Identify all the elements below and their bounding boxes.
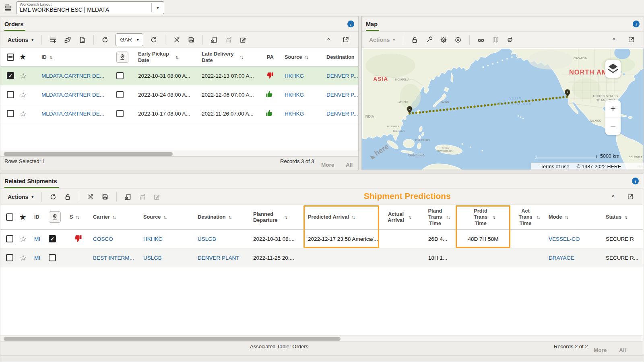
vertical-splitter[interactable] <box>359 16 361 170</box>
row-checkbox[interactable] <box>6 254 13 261</box>
refresh-icon[interactable] <box>99 33 111 46</box>
combo-dropdown-icon[interactable]: ▾ <box>152 2 164 14</box>
zoom-in-button[interactable]: + <box>605 100 621 118</box>
scrollbar-thumb[interactable] <box>4 337 341 341</box>
destination-link[interactable]: DENVER P... <box>325 92 358 98</box>
col-carrier[interactable]: Carrier <box>93 214 110 220</box>
open-in-new-icon[interactable] <box>624 33 637 46</box>
sort-icon[interactable]: ↑↓ <box>163 214 166 220</box>
location-pin-button[interactable] <box>49 211 61 223</box>
destination-link[interactable]: USLGB <box>194 236 249 242</box>
export-icon[interactable] <box>122 190 134 203</box>
select-all-checkbox[interactable] <box>7 54 14 61</box>
related-horizontal-scrollbar[interactable] <box>0 335 643 341</box>
source-link[interactable]: USLGB <box>139 255 194 261</box>
sort-icon[interactable]: ↑↓ <box>408 214 411 220</box>
scrollbar-thumb[interactable] <box>4 152 173 156</box>
row-checkbox[interactable] <box>7 110 14 117</box>
sort-icon[interactable]: ↑↓ <box>49 54 52 60</box>
all-button[interactable]: All <box>346 162 353 168</box>
open-in-new-icon[interactable] <box>339 33 352 46</box>
map-actions-button[interactable]: Actions▾ <box>366 37 398 43</box>
map-tab[interactable]: Map <box>366 17 379 31</box>
source-link[interactable]: HKHKG <box>283 111 325 117</box>
sort-icon[interactable]: ↑↓ <box>351 214 354 220</box>
add-rows-icon[interactable] <box>47 33 60 46</box>
export-icon[interactable] <box>208 33 221 46</box>
carrier-link[interactable]: BEST INTERM... <box>88 255 139 261</box>
refresh-icon[interactable] <box>47 190 60 203</box>
destination-link[interactable]: DENVER P... <box>325 111 358 117</box>
col-predicted-arrival[interactable]: Predicted Arrival <box>308 214 349 220</box>
save-icon[interactable] <box>99 190 111 203</box>
destination-link[interactable]: DENVER P... <box>325 73 358 79</box>
sort-icon[interactable]: ↑↓ <box>239 54 242 60</box>
chart-icon[interactable] <box>222 33 235 46</box>
sort-icon[interactable]: ↑↓ <box>175 54 178 60</box>
map-info-icon[interactable]: i <box>633 21 640 27</box>
orders-actions-button[interactable]: Actions▾ <box>4 37 37 43</box>
related-info-icon[interactable]: i <box>632 178 639 184</box>
mode-link[interactable]: DRAYAGE <box>546 255 605 261</box>
sort-icon[interactable]: ↑↓ <box>112 214 115 220</box>
all-button[interactable]: All <box>619 347 626 353</box>
sort-icon[interactable]: ↑↓ <box>76 214 78 220</box>
row-flag-checkbox[interactable] <box>116 110 124 117</box>
wrench-icon[interactable] <box>423 33 436 46</box>
saved-query-select[interactable]: GAR▾ <box>116 33 143 46</box>
col-pland-trans-time[interactable]: Pland Trans Time <box>426 208 444 226</box>
favorite-star-icon[interactable]: ☆ <box>20 253 34 263</box>
select-all-checkbox[interactable] <box>6 213 13 221</box>
order-row[interactable]: ☆ MLDATA.GARTNER DE... 2022-10-31 08:00 … <box>0 66 358 85</box>
workbench-layout-combobox[interactable]: Workbench Layout LML WORKBENCH ESC | MLD… <box>16 1 164 14</box>
mode-link[interactable]: VESSEL-CO <box>546 236 605 242</box>
orders-tab[interactable]: Orders <box>4 17 25 31</box>
collapse-panel-icon[interactable]: ^ <box>612 37 615 43</box>
order-row[interactable]: ☆ MLDATA.GARTNER DE... 2022-10-17 08:00 … <box>0 104 358 123</box>
unlock-icon[interactable] <box>61 190 74 203</box>
sort-icon[interactable]: ↑↓ <box>304 54 307 60</box>
collapse-panel-icon[interactable]: ^ <box>327 37 330 43</box>
sync-icon[interactable] <box>504 33 516 46</box>
col-destination[interactable]: Destination <box>326 54 355 60</box>
map-canvas[interactable]: 2 2 ASIA MONGOLIA CHINA JAPAN INDIA MYAN… <box>362 49 644 170</box>
col-mode[interactable]: Mode <box>549 214 562 220</box>
col-s[interactable]: S <box>70 214 73 220</box>
target-icon[interactable] <box>452 33 464 46</box>
glasses-icon[interactable] <box>475 33 487 46</box>
col-prdtd-trans-time[interactable]: Prdtd Trans Time <box>472 208 489 226</box>
col-act-trans-time[interactable]: Act Trans Time <box>517 208 534 226</box>
collapse-panel-icon[interactable]: ^ <box>611 194 615 200</box>
remove-document-icon[interactable] <box>76 33 89 46</box>
open-in-new-icon[interactable] <box>623 190 636 203</box>
shipment-id-link[interactable]: MI <box>34 236 49 242</box>
sort-icon[interactable]: ↑↓ <box>564 214 567 220</box>
workbench-list-icon[interactable] <box>4 4 12 13</box>
row-checkbox[interactable] <box>7 72 14 79</box>
col-id[interactable]: ID <box>34 214 39 220</box>
sort-icon[interactable]: ↑↓ <box>537 214 539 220</box>
source-link[interactable]: HKHKG <box>139 236 194 242</box>
col-actual-arrival[interactable]: Actual Arrival <box>386 211 406 223</box>
shipment-row[interactable]: ☆ MI BEST INTERM... USLGB DENVER PLANT 2… <box>0 248 643 267</box>
carrier-link[interactable]: COSCO <box>88 236 139 242</box>
col-status[interactable]: Status <box>606 214 621 220</box>
order-row[interactable]: ☆ MLDATA.GARTNER DE... 2022-10-24 08:00 … <box>0 85 358 104</box>
edit-icon[interactable] <box>237 33 250 46</box>
shipment-id-link[interactable]: MI <box>34 255 49 261</box>
sort-icon[interactable]: ↑↓ <box>284 214 287 220</box>
reload-icon[interactable] <box>147 33 160 46</box>
order-id-link[interactable]: MLDATA.GARTNER DE... <box>32 111 116 117</box>
favorite-star-icon[interactable]: ☆ <box>20 71 32 81</box>
shipment-row[interactable]: ☆ MI COSCO HKHKG USLGB 2022-10-31 08:...… <box>0 230 643 248</box>
favorite-column-icon[interactable]: ★ <box>20 213 34 221</box>
col-planned-departure[interactable]: Planned Departure <box>253 211 281 223</box>
row-checkbox[interactable] <box>6 235 13 242</box>
terms-link[interactable]: Terms of use <box>541 164 570 170</box>
map-layers-button[interactable] <box>605 60 621 78</box>
source-link[interactable]: HKHKG <box>283 92 325 98</box>
related-actions-button[interactable]: Actions▾ <box>4 194 37 200</box>
row-flag-checkbox[interactable] <box>116 91 124 98</box>
horizontal-splitter[interactable] <box>0 170 644 173</box>
col-pa[interactable]: PA <box>267 54 274 60</box>
